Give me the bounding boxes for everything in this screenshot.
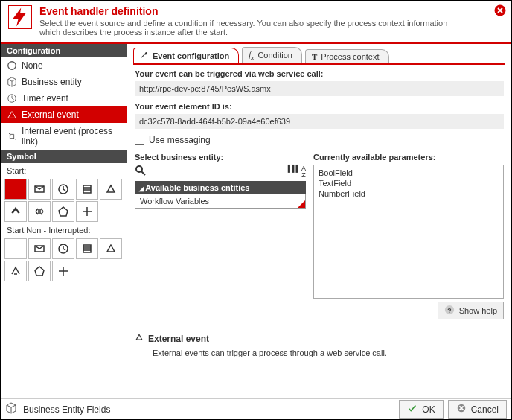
dialog-subtitle: Select the event source and define a con… [39,19,456,36]
ok-button[interactable]: OK [399,400,443,419]
symbol-grid-start [1,178,127,223]
start-non-interrupted-label: Start Non - Interrupted: [1,223,127,238]
section-configuration: Configuration [1,44,127,57]
clock-icon [7,93,17,104]
show-help-label: Show help [459,306,497,315]
sidebar-item-label: Timer event [22,93,68,104]
symbol-ni-plain[interactable] [4,238,27,259]
event-id-field[interactable]: dc32c578-8add-464f-b5b2-09a4e60ef639 [135,114,504,129]
symbol-ni-start-a[interactable] [4,261,27,281]
symbol-multiple-start[interactable] [4,201,27,222]
info-title: External event [135,333,504,344]
symbol-timer[interactable] [52,179,74,200]
sidebar-item-external-event[interactable]: External event [1,106,127,123]
filter-icons[interactable]: ▌▌▌ AZ [288,165,306,179]
svg-point-11 [136,166,142,172]
tab-condition[interactable]: fx Condition [242,47,302,63]
circle-icon [7,60,17,71]
tab-event-configuration[interactable]: Event configuration [133,48,239,63]
param-item[interactable]: TextField [319,179,499,188]
use-messaging-label: Use messaging [149,135,211,145]
symbol-message[interactable] [28,179,51,200]
cube-icon [5,402,17,416]
show-help-button[interactable]: ? Show help [438,302,504,319]
start-label: Start: [1,163,127,178]
cancel-button[interactable]: Cancel [448,400,507,419]
symbol-grid-non-int [1,238,127,282]
sidebar-item-none[interactable]: None [1,57,127,74]
triangle-icon [135,333,144,344]
use-messaging-checkbox[interactable] [135,136,144,145]
info-text: External events can trigger a process th… [153,349,504,357]
symbol-multiple[interactable] [52,201,74,222]
sidebar-item-label: None [22,60,43,71]
params-label: Currently available parameters: [313,153,504,162]
event-bolt-icon [8,5,32,29]
text-icon: T [312,52,317,61]
symbol-parallel-multiple[interactable] [28,201,51,222]
sidebar-item-label: Business entity [22,77,82,87]
dialog-title: Event handler definition [39,5,504,17]
svg-text:?: ? [447,307,451,314]
symbol-plain[interactable] [4,179,27,200]
footer-left-label[interactable]: Business Entity Fields [23,404,110,415]
cube-icon [7,77,17,87]
sidebar-item-label: External event [22,109,79,120]
symbol-ni-message[interactable] [28,238,51,259]
wrench-icon [140,51,149,61]
section-symbol: Symbol [1,150,127,163]
params-listbox[interactable]: BoolField TextField NumberField [313,165,504,299]
symbol-ni-escalation[interactable] [52,261,74,281]
ok-label: OK [422,404,435,415]
sidebar-item-business-entity[interactable]: Business entity [1,74,127,90]
svg-marker-6 [59,207,68,216]
svg-marker-10 [35,267,44,276]
symbol-escalation[interactable] [76,201,98,222]
cancel-icon [456,403,467,416]
param-item[interactable]: NumberField [319,189,499,198]
close-icon[interactable] [493,4,507,17]
cancel-label: Cancel [471,404,499,415]
triangle-icon [7,109,17,120]
check-icon [407,403,417,416]
sidebar-item-label: Internal event (process link) [22,126,121,147]
ws-url-field[interactable]: http://rpe-dev-pc:8745/PesWS.asmx [135,81,504,96]
sidebar-item-internal-event[interactable]: Internal event (process link) [1,123,127,150]
symbol-conditional[interactable] [76,179,98,200]
search-icon[interactable] [135,165,147,179]
tab-label: Process context [321,52,379,61]
tab-process-context[interactable]: T Process context [305,49,389,63]
use-messaging-row[interactable]: Use messaging [135,135,504,145]
fx-icon: fx [249,50,254,61]
id-label: Your event element ID is: [135,102,504,111]
sidebar-item-timer-event[interactable]: Timer event [1,90,127,106]
tab-bar: Event configuration fx Condition T Proce… [133,47,505,65]
ws-label: Your event can be triggered via web serv… [135,69,504,78]
available-entities-header[interactable]: Available business entities [135,181,306,194]
entity-item-workflow-variables[interactable]: Workflow Variables [135,194,306,209]
param-item[interactable]: BoolField [319,168,499,177]
sidebar: Configuration None Business entity Timer… [1,44,127,398]
symbol-signal[interactable] [100,179,122,200]
az-filter-icon[interactable]: AZ [301,165,306,179]
link-icon [7,131,17,141]
symbol-ni-signal[interactable] [100,238,122,259]
tab-label: Event configuration [153,51,229,60]
help-icon: ? [444,305,455,316]
svg-point-1 [8,62,16,70]
barcode-icon[interactable]: ▌▌▌ [288,165,300,179]
select-entity-label: Select business entity: [135,153,306,162]
symbol-ni-conditional[interactable] [76,238,98,259]
symbol-ni-timer[interactable] [52,238,74,259]
tab-label: Condition [257,51,292,60]
symbol-ni-multiple[interactable] [28,261,51,281]
